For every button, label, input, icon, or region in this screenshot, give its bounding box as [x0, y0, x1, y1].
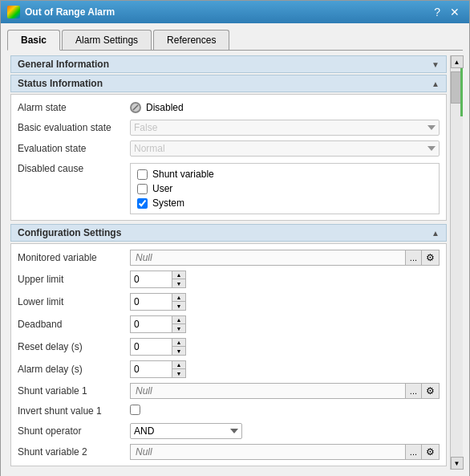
deadband-up-button[interactable]: ▲ — [172, 316, 185, 324]
lower-limit-row: Lower limit ▲ ▼ — [11, 291, 446, 313]
cb-shunt-label: Shunt variable — [152, 169, 214, 180]
deadband-spinner: ▲ ▼ — [130, 315, 194, 333]
shunt-var1-value: ... ⚙ — [130, 383, 440, 399]
lower-limit-down-button[interactable]: ▼ — [172, 302, 185, 310]
checkbox-group: Shunt variable User System — [130, 163, 440, 214]
disabled-cause-label: Disabled cause — [18, 163, 130, 174]
alarm-delay-up-button[interactable]: ▲ — [172, 361, 185, 369]
tab-references[interactable]: References — [153, 30, 229, 50]
eval-state-select[interactable]: Normal — [130, 140, 440, 157]
cb-user: User — [137, 181, 432, 196]
status-section-title: Status Information — [18, 78, 103, 89]
shunt-var1-gear-button[interactable]: ⚙ — [421, 383, 440, 399]
main-window: Out of Range Alarm ? ✕ Basic Alarm Setti… — [0, 0, 470, 476]
lower-limit-value: ▲ ▼ — [130, 293, 440, 311]
shunt-var2-browse-button[interactable]: ... — [405, 444, 421, 460]
basic-eval-row: Basic evaluation state False — [11, 117, 446, 138]
disabled-badge: Disabled — [130, 102, 440, 113]
config-collapse-arrow: ▲ — [432, 229, 440, 238]
cb-user-input[interactable] — [137, 184, 148, 194]
shunt-var1-input[interactable] — [130, 383, 405, 399]
cb-shunt-variable: Shunt variable — [137, 167, 432, 181]
scrollbar[interactable]: ▲ ▼ — [450, 55, 463, 470]
monitored-var-gear-button[interactable]: ⚙ — [421, 250, 440, 266]
deadband-down-button[interactable]: ▼ — [172, 324, 185, 332]
reset-delay-down-button[interactable]: ▼ — [172, 347, 185, 355]
shunt-var2-row: Shunt variable 2 ... ⚙ — [11, 441, 446, 462]
main-panel: General Information ▼ Status Information… — [7, 55, 463, 470]
alarm-delay-input[interactable] — [130, 360, 172, 378]
lower-limit-up-button[interactable]: ▲ — [172, 294, 185, 302]
monitored-var-label: Monitored variable — [18, 252, 130, 263]
config-section-content: Monitored variable ... ⚙ Upp — [10, 243, 447, 466]
eval-state-value: Normal — [130, 140, 440, 157]
shunt-var1-row: Shunt variable 1 ... ⚙ — [11, 380, 446, 401]
alarm-state-row: Alarm state Disabled — [11, 98, 446, 117]
deadband-label: Deadband — [18, 319, 130, 330]
scroll-up-arrow[interactable]: ▲ — [451, 55, 464, 68]
tab-alarm-settings[interactable]: Alarm Settings — [62, 30, 152, 50]
lower-limit-spin-buttons: ▲ ▼ — [172, 293, 186, 311]
cb-system-label: System — [152, 197, 184, 209]
green-accent-bar — [460, 68, 463, 116]
shunt-var1-browse-button[interactable]: ... — [405, 383, 421, 399]
monitored-var-input[interactable] — [130, 250, 405, 266]
cb-system: System — [137, 196, 432, 210]
alarm-delay-label: Alarm delay (s) — [18, 364, 130, 375]
invert-shunt-checkbox[interactable] — [130, 405, 140, 415]
general-section-header[interactable]: General Information ▼ — [10, 55, 447, 73]
shunt-var2-gear-button[interactable]: ⚙ — [421, 444, 440, 460]
reset-delay-spinner: ▲ ▼ — [130, 338, 194, 356]
upper-limit-row: Upper limit ▲ ▼ — [11, 268, 446, 291]
eval-state-label: Evaluation state — [18, 143, 130, 154]
scroll-track — [451, 68, 463, 457]
invert-shunt-label: Invert shunt value 1 — [18, 405, 130, 417]
cb-system-input[interactable] — [137, 198, 148, 209]
alarm-state-text: Disabled — [146, 102, 184, 113]
upper-limit-spinner: ▲ ▼ — [130, 271, 194, 288]
general-section-title: General Information — [18, 59, 109, 70]
deadband-input[interactable] — [130, 315, 172, 333]
upper-limit-input[interactable] — [130, 271, 172, 288]
close-window-button[interactable]: ✕ — [447, 6, 463, 18]
tab-bar: Basic Alarm Settings References — [7, 30, 463, 51]
monitored-var-browse-button[interactable]: ... — [405, 250, 421, 266]
alarm-delay-value: ▲ ▼ — [130, 360, 440, 378]
alarm-icon — [7, 6, 20, 18]
disabled-indicator — [130, 102, 141, 113]
alarm-delay-spin-buttons: ▲ ▼ — [172, 360, 186, 378]
shunt-operator-row: Shunt operator AND OR — [11, 421, 446, 441]
invert-shunt-row: Invert shunt value 1 — [11, 401, 446, 421]
scroll-down-arrow[interactable]: ▼ — [451, 457, 464, 470]
lower-limit-input[interactable] — [130, 293, 172, 311]
status-section-header[interactable]: Status Information ▲ — [10, 75, 447, 92]
shunt-var2-input[interactable] — [130, 444, 405, 460]
upper-limit-down-button[interactable]: ▼ — [172, 279, 185, 287]
alarm-delay-down-button[interactable]: ▼ — [172, 369, 185, 377]
shunt-operator-select[interactable]: AND OR — [130, 423, 242, 439]
monitored-var-row: Monitored variable ... ⚙ — [11, 247, 446, 268]
alarm-delay-spinner: ▲ ▼ — [130, 360, 194, 378]
shunt-var2-group: ... ⚙ — [130, 444, 440, 460]
alarm-state-value: Disabled — [130, 102, 440, 113]
title-bar-right: ? ✕ — [431, 6, 463, 18]
upper-limit-spin-buttons: ▲ ▼ — [172, 271, 186, 288]
config-section-header[interactable]: Configuration Settings ▲ — [10, 224, 447, 242]
basic-eval-value: False — [130, 120, 440, 136]
upper-limit-up-button[interactable]: ▲ — [172, 271, 185, 279]
basic-eval-label: Basic evaluation state — [18, 122, 130, 133]
alarm-state-label: Alarm state — [18, 102, 130, 113]
reset-delay-value: ▲ ▼ — [130, 338, 440, 356]
config-section-wrapper: Configuration Settings ▲ Monitored varia… — [7, 224, 450, 466]
tab-basic[interactable]: Basic — [7, 30, 60, 51]
reset-delay-up-button[interactable]: ▲ — [172, 339, 185, 347]
eval-state-row: Evaluation state Normal — [11, 138, 446, 159]
basic-eval-select[interactable]: False — [130, 120, 440, 136]
shunt-operator-value: AND OR — [130, 423, 440, 439]
help-button[interactable]: ? — [431, 6, 444, 18]
reset-delay-input[interactable] — [130, 338, 172, 356]
cb-shunt-input[interactable] — [137, 169, 148, 180]
upper-limit-value: ▲ ▼ — [130, 271, 440, 288]
disabled-cause-row: Disabled cause Shunt variable — [11, 159, 446, 217]
alarm-delay-row: Alarm delay (s) ▲ ▼ — [11, 358, 446, 380]
